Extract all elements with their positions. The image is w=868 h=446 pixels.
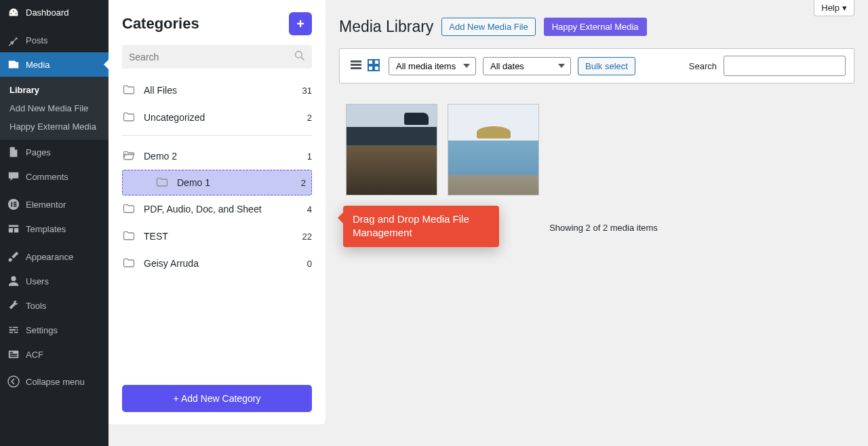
nav-pages[interactable]: Pages <box>0 140 108 164</box>
nav-tools[interactable]: Tools <box>0 293 108 318</box>
category-geisy[interactable]: Geisy Arruda 0 <box>122 250 312 277</box>
nav-acf[interactable]: ACF <box>0 342 108 367</box>
gauge-icon <box>7 5 20 19</box>
category-count: 4 <box>307 204 312 215</box>
nav-label: Tools <box>26 301 46 311</box>
help-button[interactable]: Help ▾ <box>814 0 854 16</box>
nav-label: Appearance <box>26 252 73 262</box>
category-search[interactable] <box>122 45 312 69</box>
folder-icon <box>155 176 169 189</box>
svg-rect-8 <box>10 354 18 355</box>
category-uncategorized[interactable]: Uncategorized 2 <box>122 104 312 131</box>
svg-rect-1 <box>11 202 12 206</box>
media-type-filter[interactable]: All media items <box>389 57 476 75</box>
category-count: 2 <box>307 113 312 123</box>
collapse-label: Collapse menu <box>26 377 85 387</box>
nav-label: Pages <box>26 147 51 157</box>
media-grid <box>346 104 854 196</box>
category-count: 2 <box>301 178 306 188</box>
subnav-add-new[interactable]: Add New Media File <box>0 99 108 117</box>
svg-point-5 <box>11 276 16 281</box>
nav-comments[interactable]: Comments <box>0 164 108 189</box>
sliders-icon <box>7 323 20 337</box>
svg-rect-13 <box>351 64 361 66</box>
brush-icon <box>7 250 20 263</box>
add-new-category-button[interactable]: + Add New Category <box>122 385 312 412</box>
svg-point-10 <box>8 376 19 387</box>
category-search-input[interactable] <box>129 52 294 62</box>
date-filter[interactable]: All dates <box>483 57 571 75</box>
grid-icon <box>367 58 380 74</box>
folder-icon <box>122 83 136 97</box>
nav-label: Elementor <box>26 200 66 210</box>
help-label: Help <box>821 3 840 13</box>
category-list: All Files 31 Uncategorized 2 Demo 2 1 De… <box>122 77 312 385</box>
add-new-media-button[interactable]: Add New Media File <box>441 18 535 36</box>
search-icon <box>294 50 305 63</box>
svg-rect-7 <box>10 352 14 353</box>
pin-icon <box>7 33 20 47</box>
folder-icon <box>122 202 136 216</box>
category-name: Demo 1 <box>177 177 301 188</box>
view-list-button[interactable] <box>348 58 364 74</box>
media-search-input[interactable] <box>724 56 846 76</box>
nav-settings[interactable]: Settings <box>0 318 108 342</box>
svg-rect-2 <box>14 202 17 203</box>
subnav-happy-external[interactable]: Happy External Media <box>0 117 108 136</box>
chevron-down-icon: ▾ <box>842 3 847 13</box>
category-demo-1[interactable]: Demo 1 2 <box>122 170 312 196</box>
category-pdf-audio[interactable]: PDF, Audio, Doc, and Sheet 4 <box>122 196 312 223</box>
folder-icon <box>122 229 136 243</box>
nav-posts[interactable]: Posts <box>0 28 108 52</box>
add-category-icon-button[interactable]: + <box>289 12 312 35</box>
category-test[interactable]: TEST 22 <box>122 223 312 250</box>
wrench-icon <box>7 299 20 312</box>
media-thumbnail[interactable] <box>346 104 437 196</box>
search-label: Search <box>689 61 717 71</box>
media-thumbnail[interactable] <box>448 104 539 196</box>
category-demo-2[interactable]: Demo 2 1 <box>122 143 312 170</box>
nav-users[interactable]: Users <box>0 269 108 293</box>
bulk-select-button[interactable]: Bulk select <box>578 57 635 75</box>
nav-dashboard[interactable]: Dashboard <box>0 0 108 24</box>
nav-label: Comments <box>26 172 68 182</box>
comment-icon <box>7 170 20 183</box>
collapse-icon <box>7 375 20 388</box>
svg-rect-17 <box>368 66 373 71</box>
nav-appearance[interactable]: Appearance <box>0 244 108 269</box>
nav-label: Dashboard <box>26 7 69 18</box>
user-icon <box>7 274 20 288</box>
nav-label: ACF <box>26 350 43 360</box>
folder-icon <box>122 111 136 124</box>
svg-point-11 <box>296 52 302 58</box>
category-count: 31 <box>302 86 312 96</box>
page-title: Media Library <box>339 18 433 36</box>
collapse-menu[interactable]: Collapse menu <box>0 369 108 394</box>
category-count: 0 <box>307 259 312 269</box>
category-name: All Files <box>144 85 302 96</box>
subnav-library[interactable]: Library <box>0 81 108 99</box>
svg-rect-3 <box>14 204 17 205</box>
nav-label: Media <box>26 60 50 70</box>
category-name: Geisy Arruda <box>144 258 307 269</box>
svg-rect-4 <box>14 206 17 207</box>
plus-icon: + <box>296 16 304 32</box>
nav-media-submenu: Library Add New Media File Happy Externa… <box>0 77 108 140</box>
svg-rect-18 <box>374 66 379 71</box>
svg-rect-9 <box>10 356 18 357</box>
nav-templates[interactable]: Templates <box>0 217 108 241</box>
nav-label: Settings <box>26 325 58 335</box>
categories-panel: Categories + All Files 31 Uncategorized … <box>108 0 326 424</box>
category-name: TEST <box>144 231 302 242</box>
elementor-icon <box>7 198 20 211</box>
nav-elementor[interactable]: Elementor <box>0 192 108 217</box>
svg-rect-15 <box>368 60 373 64</box>
svg-rect-12 <box>351 60 361 62</box>
nav-label: Users <box>26 276 49 286</box>
nav-media[interactable]: Media <box>0 52 108 77</box>
happy-external-media-button[interactable]: Happy External Media <box>544 18 647 36</box>
view-grid-button[interactable] <box>366 58 382 74</box>
admin-sidebar: Dashboard Posts Media Library Add New Me… <box>0 0 108 446</box>
media-icon <box>7 58 20 71</box>
category-all-files[interactable]: All Files 31 <box>122 77 312 104</box>
